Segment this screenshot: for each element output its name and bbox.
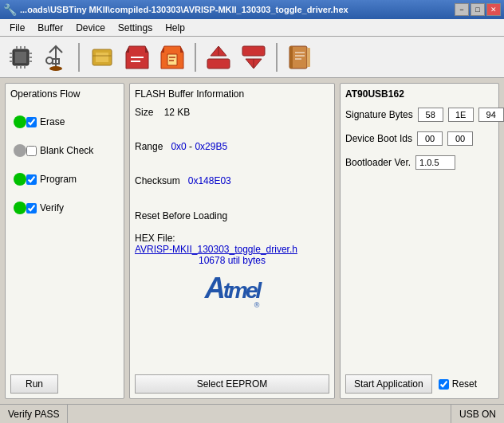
flash-checksum-value: 0x148E03 xyxy=(188,175,231,186)
operations-title: Operations Flow xyxy=(10,88,119,100)
chip-icon[interactable] xyxy=(5,41,37,73)
toolbar-separator-2 xyxy=(195,43,196,72)
program-checkbox[interactable] xyxy=(26,174,37,185)
run-button[interactable]: Run xyxy=(10,374,58,394)
op-verify-row: Verify xyxy=(10,194,119,222)
verify-checkbox[interactable] xyxy=(26,203,37,213)
menu-settings[interactable]: Settings xyxy=(112,21,159,35)
op-program-row: Program xyxy=(10,165,119,194)
flash-buffer-content: Size 12 KB Range 0x0 - 0x29B5 Checksum xyxy=(135,104,329,394)
select-eeprom-button[interactable]: Select EEPROM xyxy=(135,374,329,394)
svg-rect-39 xyxy=(307,48,310,67)
svg-rect-34 xyxy=(242,46,265,56)
flash-info-block: Size 12 KB Range 0x0 - 0x29B5 Checksum xyxy=(135,104,329,225)
status-bar: Verify PASS USB ON xyxy=(0,404,504,423)
device-panel: AT90USB162 Signature Bytes Device Boot I… xyxy=(340,83,499,399)
sig-byte-1[interactable] xyxy=(448,108,474,122)
flash-range-start: 0x0 xyxy=(171,141,186,152)
svg-rect-19 xyxy=(96,53,108,62)
blank-check-status-dot xyxy=(14,144,26,157)
menu-help[interactable]: Help xyxy=(159,21,191,35)
upload-icon[interactable] xyxy=(203,41,234,73)
start-application-button[interactable]: Start Application xyxy=(345,374,432,394)
read-icon[interactable] xyxy=(156,41,188,73)
menu-device[interactable]: Device xyxy=(69,21,112,35)
program-status-dot xyxy=(14,173,26,186)
hex-bytes: 10678 util bytes xyxy=(135,255,329,266)
atmel-logo-text: A xyxy=(205,272,223,304)
bootloader-label: Bootloader Ver. xyxy=(345,157,411,168)
signature-bytes-field: Signature Bytes xyxy=(345,108,494,122)
boot-id-1[interactable] xyxy=(447,131,473,146)
usb-icon[interactable] xyxy=(40,41,72,73)
flash-checksum-label: Checksum xyxy=(135,175,180,186)
window-controls: − □ ✕ xyxy=(455,3,501,16)
close-button[interactable]: ✕ xyxy=(486,3,501,16)
verify-status-dot xyxy=(14,202,26,214)
op-erase-row: Erase xyxy=(10,108,119,136)
flash-range-end: 0x29B5 xyxy=(195,141,227,152)
svg-rect-38 xyxy=(289,46,293,69)
reset-label: Reset xyxy=(452,378,477,390)
erase-status-dot xyxy=(14,116,26,128)
svg-point-17 xyxy=(49,66,62,71)
blank-check-checkbox-label[interactable]: Blank Check xyxy=(26,145,93,156)
flash-size-label: Size xyxy=(135,107,153,118)
flash-checksum-row: Checksum 0x148E03 xyxy=(135,173,329,190)
svg-point-14 xyxy=(46,57,53,64)
bootloader-version-input[interactable] xyxy=(415,155,455,170)
title-bar: 🔧 ...oads\USBTiny MKII\compiled-130303\A… xyxy=(0,0,504,19)
reset-checkbox[interactable] xyxy=(439,379,449,390)
verify-checkbox-label[interactable]: Verify xyxy=(26,202,64,213)
erase-checkbox-label[interactable]: Erase xyxy=(26,116,65,127)
menu-buffer[interactable]: Buffer xyxy=(31,21,69,35)
program-checkbox-label[interactable]: Program xyxy=(26,174,77,185)
blank-check-checkbox[interactable] xyxy=(26,146,37,156)
sig-bytes-label: Signature Bytes xyxy=(345,109,413,120)
svg-rect-31 xyxy=(207,59,230,69)
sig-byte-0[interactable] xyxy=(418,108,443,122)
device-title: AT90USB162 xyxy=(345,88,494,100)
erase-icon[interactable] xyxy=(86,41,118,73)
flash-buffer-title: FLASH Buffer Information xyxy=(135,88,329,100)
status-verify: Verify PASS xyxy=(0,405,68,423)
flash-buffer-panel: FLASH Buffer Information Size 12 KB Rang… xyxy=(129,83,335,399)
toolbar xyxy=(0,37,504,78)
sig-byte-2[interactable] xyxy=(478,108,504,122)
menu-file[interactable]: File xyxy=(3,21,31,35)
boot-id-0[interactable] xyxy=(417,131,443,146)
device-actions: Start Application Reset xyxy=(345,374,494,394)
flash-reset-row: Reset Before Loading xyxy=(135,208,329,225)
hex-file-section: HEX File: AVRISP-MKII_130303_toggle_driv… xyxy=(135,233,329,266)
hex-filename-link[interactable]: AVRISP-MKII_130303_toggle_driver.h xyxy=(135,244,329,255)
svg-rect-1 xyxy=(15,52,26,63)
hex-file-label: HEX File: xyxy=(135,233,329,244)
download-icon[interactable] xyxy=(238,41,270,73)
atmel-logo: Atmel ® xyxy=(135,274,329,309)
flash-range-label: Range xyxy=(135,141,163,152)
maximize-button[interactable]: □ xyxy=(471,3,485,16)
verify-label: Verify xyxy=(40,202,64,213)
flash-reset-label: Reset Before Loading xyxy=(135,210,227,221)
menu-bar: File Buffer Device Settings Help xyxy=(0,19,504,37)
operations-panel: Operations Flow Erase Blank Check xyxy=(5,83,124,399)
operations-list: Erase Blank Check Program xyxy=(10,108,119,371)
blank-check-label: Blank Check xyxy=(40,145,93,156)
minimize-button[interactable]: − xyxy=(455,3,469,16)
flash-size-value: 12 KB xyxy=(164,107,191,118)
toolbar-separator-3 xyxy=(276,43,278,72)
toolbar-separator-1 xyxy=(78,43,80,72)
op-blank-check-row: Blank Check xyxy=(10,136,119,165)
main-content: Operations Flow Erase Blank Check xyxy=(0,78,504,404)
atmel-logo-tmel: tmel xyxy=(223,278,260,303)
flash-size-row: Size 12 KB xyxy=(135,104,329,122)
flash-range-row: Range 0x0 - 0x29B5 xyxy=(135,139,329,156)
boot-ids-field: Device Boot Ids xyxy=(345,131,494,146)
program-label: Program xyxy=(40,174,77,185)
book-icon[interactable] xyxy=(284,41,316,73)
program-icon[interactable] xyxy=(121,41,153,73)
window-title: ...oads\USBTiny MKII\compiled-130303\AVR… xyxy=(20,5,348,14)
reset-checkbox-label[interactable]: Reset xyxy=(439,378,477,390)
erase-checkbox[interactable] xyxy=(26,117,37,127)
boot-ids-label: Device Boot Ids xyxy=(345,133,412,144)
